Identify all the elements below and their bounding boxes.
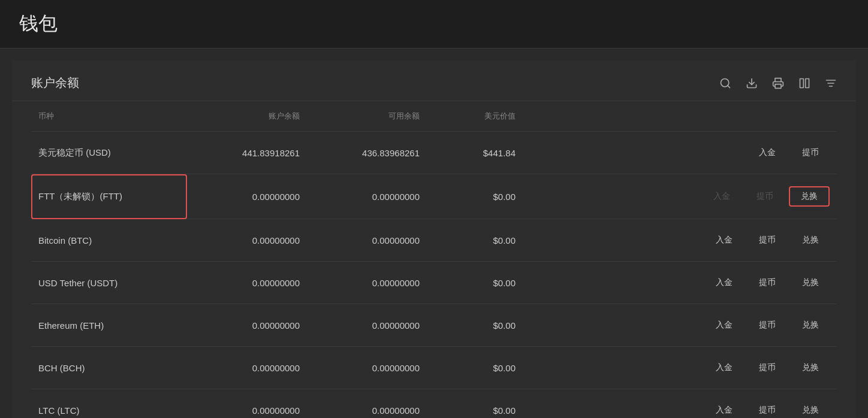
usd-value-cell: $441.84	[427, 132, 523, 174]
currency-cell: FTT（未解锁）(FTT)	[31, 174, 187, 219]
balance-cell: 0.00000000	[187, 174, 307, 219]
download-icon[interactable]	[746, 77, 758, 89]
svg-rect-3	[775, 84, 781, 88]
usd-value-cell: $0.00	[427, 174, 523, 219]
balance-cell: 0.00000000	[187, 389, 307, 419]
header-actions	[523, 101, 837, 132]
actions-cell: 入金提币	[523, 132, 837, 174]
currency-cell: USD Tether (USDT)	[31, 262, 187, 304]
table-row: LTC (LTC)0.000000000.00000000$0.00入金提币兑换	[31, 389, 837, 419]
available-cell: 436.83968261	[307, 132, 427, 174]
available-cell: 0.00000000	[307, 304, 427, 347]
table-row: BCH (BCH)0.000000000.00000000$0.00入金提币兑换	[31, 347, 837, 389]
header-currency: 币种	[31, 101, 187, 132]
usd-value-cell: $0.00	[427, 389, 523, 419]
balance-cell: 441.83918261	[187, 132, 307, 174]
search-icon[interactable]	[719, 77, 731, 89]
balance-cell: 0.00000000	[187, 219, 307, 262]
currency-cell: BCH (BCH)	[31, 347, 187, 389]
table-row: Bitcoin (BTC)0.000000000.00000000$0.00入金…	[31, 219, 837, 262]
currency-cell: LTC (LTC)	[31, 389, 187, 419]
balance-cell: 0.00000000	[187, 304, 307, 347]
print-icon[interactable]	[772, 77, 784, 89]
actions-cell: 入金提币兑换	[523, 389, 837, 419]
available-cell: 0.00000000	[307, 347, 427, 389]
main-content: 账户余额	[12, 60, 856, 418]
table-row: USD Tether (USDT)0.000000000.00000000$0.…	[31, 262, 837, 304]
available-cell: 0.00000000	[307, 389, 427, 419]
page-title: 钱包	[19, 11, 849, 37]
svg-line-1	[728, 85, 730, 87]
deposit-button[interactable]: 入金	[705, 231, 743, 249]
header-available: 可用余额	[307, 101, 427, 132]
deposit-button[interactable]: 入金	[705, 401, 743, 418]
usd-value-cell: $0.00	[427, 219, 523, 262]
deposit-button[interactable]: 入金	[705, 274, 743, 292]
withdraw-button[interactable]: 提币	[748, 401, 786, 418]
table-row: FTT（未解锁）(FTT)0.000000000.00000000$0.00入金…	[31, 174, 837, 219]
withdraw-button[interactable]: 提币	[748, 274, 786, 292]
exchange-button[interactable]: 兑换	[791, 359, 830, 377]
svg-rect-4	[800, 78, 804, 87]
columns-icon[interactable]	[798, 77, 810, 89]
withdraw-button[interactable]: 提币	[748, 359, 786, 377]
available-cell: 0.00000000	[307, 262, 427, 304]
withdraw-button: 提币	[746, 187, 784, 205]
header-balance: 账户余额	[187, 101, 307, 132]
filter-icon[interactable]	[825, 77, 837, 89]
deposit-button[interactable]: 入金	[705, 359, 743, 377]
usd-value-cell: $0.00	[427, 304, 523, 347]
currency-cell: Bitcoin (BTC)	[31, 219, 187, 262]
exchange-button[interactable]: 兑换	[791, 401, 830, 418]
table-row: Ethereum (ETH)0.000000000.00000000$0.00入…	[31, 304, 837, 347]
table-header-row: 币种 账户余额 可用余额 美元价值	[31, 101, 837, 132]
withdraw-button[interactable]: 提币	[748, 231, 786, 249]
withdraw-button[interactable]: 提币	[791, 144, 830, 162]
usd-value-cell: $0.00	[427, 262, 523, 304]
section-title: 账户余额	[31, 75, 79, 91]
exchange-button[interactable]: 兑换	[791, 274, 830, 292]
usd-value-cell: $0.00	[427, 347, 523, 389]
deposit-button[interactable]: 入金	[705, 316, 743, 334]
withdraw-button[interactable]: 提币	[748, 316, 786, 334]
available-cell: 0.00000000	[307, 219, 427, 262]
actions-cell: 入金提币兑换	[523, 174, 837, 219]
actions-cell: 入金提币兑换	[523, 347, 837, 389]
deposit-button: 入金	[703, 187, 741, 205]
actions-cell: 入金提币兑换	[523, 219, 837, 262]
actions-cell: 入金提币兑换	[523, 304, 837, 347]
balance-cell: 0.00000000	[187, 347, 307, 389]
available-cell: 0.00000000	[307, 174, 427, 219]
currency-cell: 美元稳定币 (USD)	[31, 132, 187, 174]
page-header: 钱包	[0, 0, 868, 49]
section-header: 账户余额	[12, 60, 856, 101]
balance-table: 币种 账户余额 可用余额 美元价值 美元稳定币 (USD)441.8391826…	[31, 101, 837, 418]
exchange-button[interactable]: 兑换	[789, 186, 830, 207]
exchange-button[interactable]: 兑换	[791, 316, 830, 334]
currency-cell: Ethereum (ETH)	[31, 304, 187, 347]
table-row: 美元稳定币 (USD)441.83918261436.83968261$441.…	[31, 132, 837, 174]
deposit-button[interactable]: 入金	[748, 144, 786, 162]
balance-cell: 0.00000000	[187, 262, 307, 304]
actions-cell: 入金提币兑换	[523, 262, 837, 304]
toolbar-icons	[719, 77, 837, 89]
svg-rect-5	[806, 78, 809, 87]
table-container: 币种 账户余额 可用余额 美元价值 美元稳定币 (USD)441.8391826…	[12, 101, 856, 418]
exchange-button[interactable]: 兑换	[791, 231, 830, 249]
header-usd-value: 美元价值	[427, 101, 523, 132]
